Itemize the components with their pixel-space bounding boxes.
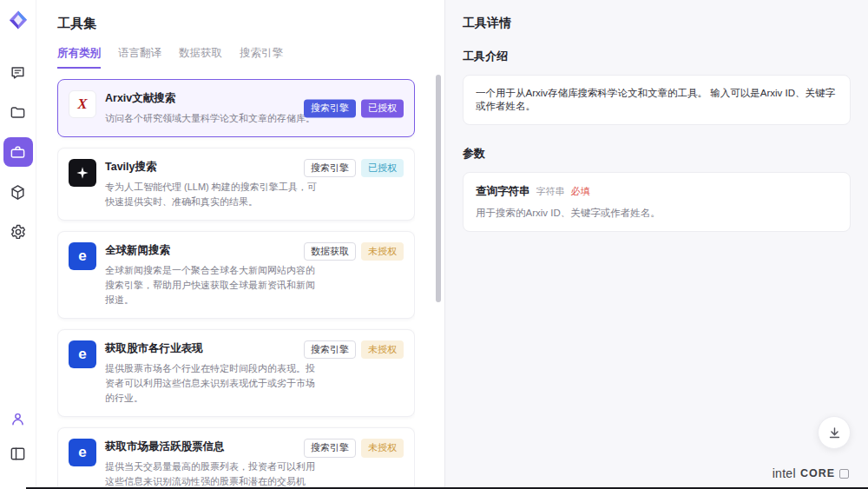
tool-badges: 搜索引擎 未授权 [304,439,404,457]
param-name: 查询字符串 [476,184,530,199]
tab-language-translation[interactable]: 语言翻译 [118,46,161,69]
download-button[interactable] [818,416,851,449]
stock-provider-logo-icon: e [69,439,96,466]
auth-status-badge: 已授权 [361,159,404,177]
arxiv-logo-icon: X [69,90,96,118]
core-badge-box [839,469,849,479]
tab-search-engine[interactable]: 搜索引擎 [240,46,283,69]
auth-status-badge: 未授权 [361,242,404,261]
tool-card-arxiv[interactable]: X Arxiv文献搜索 访问各个研究领域大量科学论文和文章的存储库。 搜索引擎 … [57,79,415,137]
tool-card-tavily[interactable]: Tavily搜索 专为人工智能代理 (LLM) 构建的搜索引擎工具，可快速提供实… [57,148,415,221]
list-scrollbar-thumb[interactable] [436,75,441,302]
intel-brand-text: intel [773,466,796,480]
category-tabs: 所有类别 语言翻译 数据获取 搜索引擎 [57,46,444,69]
param-header-row: 查询字符串 字符串 必填 [476,184,838,199]
intel-core-logo: intel CORE [773,466,849,480]
intro-text: 一个用于从Arxiv存储库搜索科学论文和文章的工具。 输入可以是Arxiv ID… [476,88,835,111]
tool-description: 访问各个研究领域大量科学论文和文章的存储库。 [105,111,324,126]
params-heading: 参数 [463,146,851,162]
tool-badges: 搜索引擎 未授权 [304,340,404,359]
chat-icon[interactable] [3,57,33,87]
detail-title: 工具详情 [463,16,851,31]
category-badge: 搜索引擎 [304,99,356,117]
intro-heading: 工具介绍 [463,49,851,64]
tool-description: 提供当天交易量最高的股票列表，投资者可以利用这些信息来识别流动性强的股票和潜在的… [105,459,324,489]
tavily-logo-icon [69,159,96,187]
tool-badges: 搜索引擎 已授权 [304,99,404,117]
tool-card-list: X Arxiv文献搜索 访问各个研究领域大量科学论文和文章的存储库。 搜索引擎 … [57,79,415,489]
tool-description: 提供股票市场各个行业在特定时间段内的表现。投资者可以利用这些信息来识别表现优于或… [105,361,324,406]
panel-toggle-icon[interactable] [3,439,33,468]
app-window: 工具集 所有类别 语言翻译 数据获取 搜索引擎 X Arxiv文献搜索 访问各个… [0,0,868,489]
param-description: 用于搜索的Arxiv ID、关键字或作者姓名。 [476,207,838,220]
intro-card: 一个用于从Arxiv存储库搜索科学论文和文章的工具。 输入可以是Arxiv ID… [463,75,851,125]
tab-all-categories[interactable]: 所有类别 [57,46,101,69]
settings-gear-icon[interactable] [3,217,33,247]
app-logo-icon[interactable] [7,9,30,31]
tool-list-panel: 工具集 所有类别 语言翻译 数据获取 搜索引擎 X Arxiv文献搜索 访问各个… [36,0,444,489]
param-card: 查询字符串 字符串 必填 用于搜索的Arxiv ID、关键字或作者姓名。 [463,172,851,232]
category-badge: 搜索引擎 [304,439,356,457]
tool-description: 全球新闻搜索是一个聚合全球各大新闻网站内容的搜索引擎，帮助用户快速获取全球最新资… [105,263,324,307]
toolbox-icon[interactable] [3,137,33,167]
param-required-flag: 必填 [571,185,590,198]
category-badge: 搜索引擎 [304,159,356,177]
stock-provider-logo-icon: e [69,340,96,368]
user-icon[interactable] [3,404,33,433]
tool-card-global-news[interactable]: e 全球新闻搜索 全球新闻搜索是一个聚合全球各大新闻网站内容的搜索引擎，帮助用户… [57,231,415,319]
auth-status-badge: 未授权 [361,340,404,359]
cube-icon[interactable] [3,177,33,207]
tool-detail-panel: 工具详情 工具介绍 一个用于从Arxiv存储库搜索科学论文和文章的工具。 输入可… [444,0,868,489]
tool-description: 专为人工智能代理 (LLM) 构建的搜索引擎工具，可快速提供实时、准确和真实的结… [105,180,324,209]
param-type: 字符串 [536,185,565,198]
page-title: 工具集 [57,16,444,32]
tool-card-most-active-stocks[interactable]: e 获取市场最活跃股票信息 提供当天交易量最高的股票列表，投资者可以利用这些信息… [57,427,415,489]
category-badge: 搜索引擎 [304,340,356,359]
tool-badges: 数据获取 未授权 [304,242,404,261]
auth-status-badge: 已授权 [361,99,404,117]
sidebar [0,0,36,489]
folder-icon[interactable] [3,97,33,127]
core-brand-text: CORE [800,467,835,479]
tab-data-fetch[interactable]: 数据获取 [179,46,222,69]
auth-status-badge: 未授权 [361,439,404,457]
news-provider-logo-icon: e [69,242,96,270]
category-badge: 数据获取 [304,242,356,261]
tool-badges: 搜索引擎 已授权 [304,159,404,177]
tool-card-sector-performance[interactable]: e 获取股市各行业表现 提供股票市场各个行业在特定时间段内的表现。投资者可以利用… [57,329,415,417]
